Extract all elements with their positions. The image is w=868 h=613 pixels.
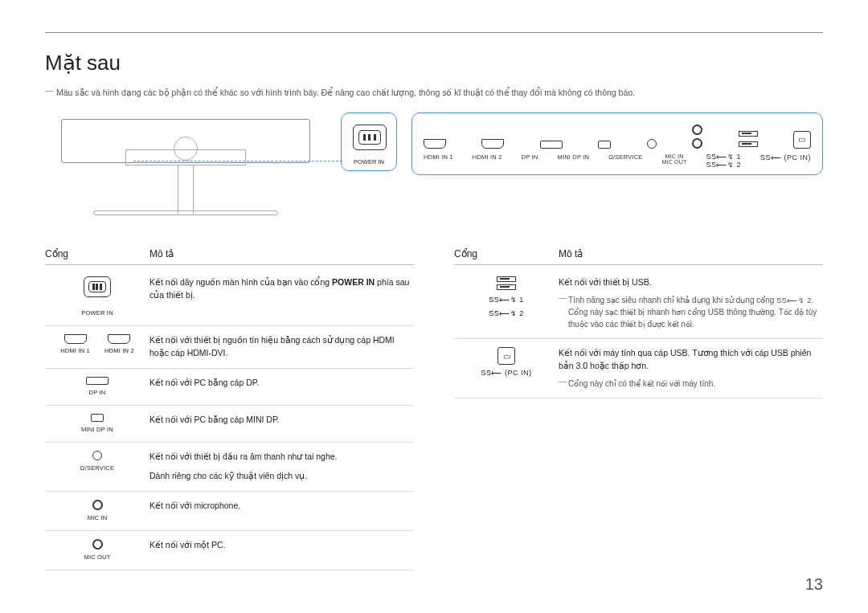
dp-port-icon xyxy=(86,377,108,385)
mic-jack-icon xyxy=(92,500,103,510)
mic-jack-icon xyxy=(692,125,702,135)
ports-table-right: Cổng Mô tả SS⟵↯ 1 SS⟵↯ 2 Kết nối với thi… xyxy=(454,248,823,570)
port-label: Ω/SERVICE xyxy=(608,153,642,170)
row-desc: Kết nối với thiết bị nguồn tín hiệu bằng… xyxy=(149,334,414,360)
row-label: MIC IN xyxy=(88,513,108,522)
col-header-desc: Mô tả xyxy=(559,248,823,260)
table-row: MIC OUT Kết nối với một PC. xyxy=(45,531,414,570)
port-label: HDMI IN 1 xyxy=(424,153,453,170)
port-label: MINI DP IN xyxy=(557,153,589,170)
dp-port-icon xyxy=(540,141,563,149)
port-label: HDMI IN 2 xyxy=(473,153,502,170)
audio-jack-icon xyxy=(647,139,657,149)
row-desc: Kết nối với máy tính qua cáp USB. Tương … xyxy=(559,347,823,390)
row-label: MINI DP IN xyxy=(81,425,113,434)
power-in-icon xyxy=(353,125,387,150)
power-port-figure: POWER IN xyxy=(341,112,397,171)
port-label: SS⟵ (PC IN) xyxy=(760,153,811,170)
power-in-icon xyxy=(84,276,111,297)
page-title: Mặt sau xyxy=(45,51,823,76)
port-label: SS⟵↯ 1SS⟵↯ 2 xyxy=(706,153,741,170)
power-label: POWER IN xyxy=(353,158,385,166)
table-row: SS⟵↯ 1 SS⟵↯ 2 Kết nối với thiết bị USB. … xyxy=(454,268,823,339)
row-desc: Kết nối với microphone. xyxy=(149,500,414,513)
table-row: MINI DP IN Kết nối với PC bằng cáp MINI … xyxy=(45,406,414,443)
usb-b-port-icon: ▭ xyxy=(793,131,811,149)
row-desc: Kết nối với PC bằng cáp MINI DP. xyxy=(149,414,414,427)
mic-jack-icon xyxy=(92,539,103,550)
table-row: HDMI IN 1 HDMI IN 2 Kết nối với thiết bị… xyxy=(45,326,414,369)
row-label: MIC OUT xyxy=(84,553,110,562)
row-label: Ω/SERVICE xyxy=(80,464,114,472)
col-header-port: Cổng xyxy=(454,248,559,260)
col-header-port: Cổng xyxy=(45,248,149,260)
row-label: SS⟵ (PC IN) xyxy=(481,368,531,379)
port-label: MIC INMIC OUT xyxy=(662,153,687,170)
page-number: 13 xyxy=(805,575,823,594)
usb-a-port-icon xyxy=(497,276,516,282)
ports-panel-figure: ▭ HDMI IN 1 HDMI IN 2 DP IN MINI DP IN Ω… xyxy=(411,112,823,175)
port-label: DP IN xyxy=(522,153,538,170)
usb-b-port-icon: ▭ xyxy=(497,347,515,365)
row-label: POWER IN xyxy=(81,309,113,317)
hdmi-port-icon xyxy=(424,139,446,149)
row-label: SS⟵↯ 2 xyxy=(489,309,524,320)
table-row: MIC IN Kết nối với microphone. xyxy=(45,492,414,531)
table-row: POWER IN Kết nối dây nguồn màn hình của … xyxy=(45,268,414,326)
minidp-port-icon xyxy=(598,141,611,149)
monitor-outline xyxy=(45,112,326,229)
mic-jack-icon xyxy=(692,138,702,149)
row-desc: Kết nối với thiết bị đầu ra âm thanh như… xyxy=(149,451,414,483)
rear-diagram: POWER IN ▭ HDMI IN 1 HDMI IN 2 DP IN MIN… xyxy=(45,112,823,229)
usb-a-port-icon xyxy=(497,284,516,290)
hdmi-port-icon xyxy=(64,334,87,344)
row-label: SS⟵↯ 1 xyxy=(489,295,524,306)
usb-a-port-icon xyxy=(739,131,758,137)
hdmi-port-icon xyxy=(108,334,130,344)
usb-a-port-icon xyxy=(739,141,758,147)
row-label: DP IN xyxy=(89,388,106,397)
ports-table-left: Cổng Mô tả POWER IN Kết nối dây nguồn mà… xyxy=(45,248,414,570)
row-desc: Kết nối với một PC. xyxy=(149,539,414,552)
row-desc: Kết nối với thiết bị USB. Tính năng sạc … xyxy=(559,276,823,330)
col-header-desc: Mô tả xyxy=(149,248,414,260)
audio-jack-icon xyxy=(92,451,102,460)
table-row: DP IN Kết nối với PC bằng cáp DP. xyxy=(45,369,414,406)
table-row: Ω/SERVICE Kết nối với thiết bị đầu ra âm… xyxy=(45,443,414,492)
top-note: Màu sắc và hình dạng các bộ phận có thể … xyxy=(45,87,823,100)
table-row: ▭ SS⟵ (PC IN) Kết nối với máy tính qua c… xyxy=(454,339,823,398)
hdmi-port-icon xyxy=(481,139,504,149)
minidp-port-icon xyxy=(91,414,104,422)
row-desc: Kết nối với PC bằng cáp DP. xyxy=(149,377,414,390)
row-desc: Kết nối dây nguồn màn hình của bạn vào c… xyxy=(149,276,414,302)
